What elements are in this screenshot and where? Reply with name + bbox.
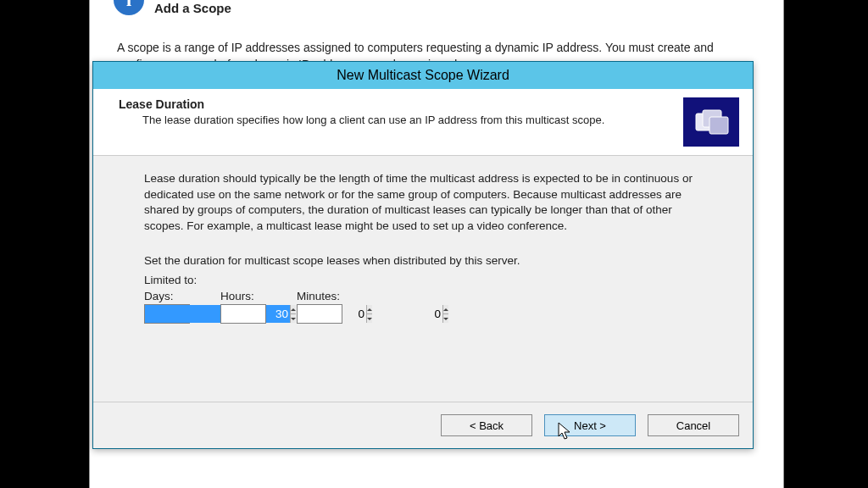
hours-spinner[interactable] — [220, 304, 266, 324]
days-label: Days: — [144, 290, 190, 302]
dialog-titlebar: New Multicast Scope Wizard — [93, 62, 753, 89]
paragraph-1: Lease duration should typically be the l… — [144, 171, 702, 235]
folders-icon — [683, 97, 739, 147]
days-spinner[interactable] — [144, 304, 190, 324]
paragraph-2: Set the duration for multicast scope lea… — [144, 253, 702, 269]
minutes-label: Minutes: — [297, 290, 342, 302]
background-header: i Add a Scope — [90, 0, 783, 19]
svg-rect-2 — [709, 117, 728, 134]
back-button[interactable]: < Back — [441, 414, 532, 436]
wizard-dialog: New Multicast Scope Wizard Lease Duratio… — [92, 61, 754, 449]
dialog-content: Lease duration should typically be the l… — [93, 156, 753, 324]
background-title: Add a Scope — [154, 1, 231, 15]
minutes-up[interactable] — [443, 305, 448, 314]
minutes-down[interactable] — [443, 314, 448, 323]
hours-label: Hours: — [220, 290, 266, 302]
section-title: Lease Duration — [119, 97, 673, 111]
minutes-input[interactable] — [298, 305, 442, 323]
cancel-button[interactable]: Cancel — [648, 414, 739, 436]
next-button[interactable]: Next > — [544, 414, 636, 436]
info-icon: i — [114, 0, 144, 15]
dialog-header-panel: Lease Duration The lease duration specif… — [93, 89, 753, 156]
section-subtitle: The lease duration specifies how long a … — [119, 113, 673, 128]
duration-row: Days: Hours: — [144, 290, 702, 324]
limited-to-label: Limited to: — [144, 274, 702, 286]
dialog-footer: < Back Next > Cancel — [93, 402, 753, 448]
minutes-spinner[interactable] — [297, 304, 342, 324]
dialog-title: New Multicast Scope Wizard — [337, 68, 509, 83]
